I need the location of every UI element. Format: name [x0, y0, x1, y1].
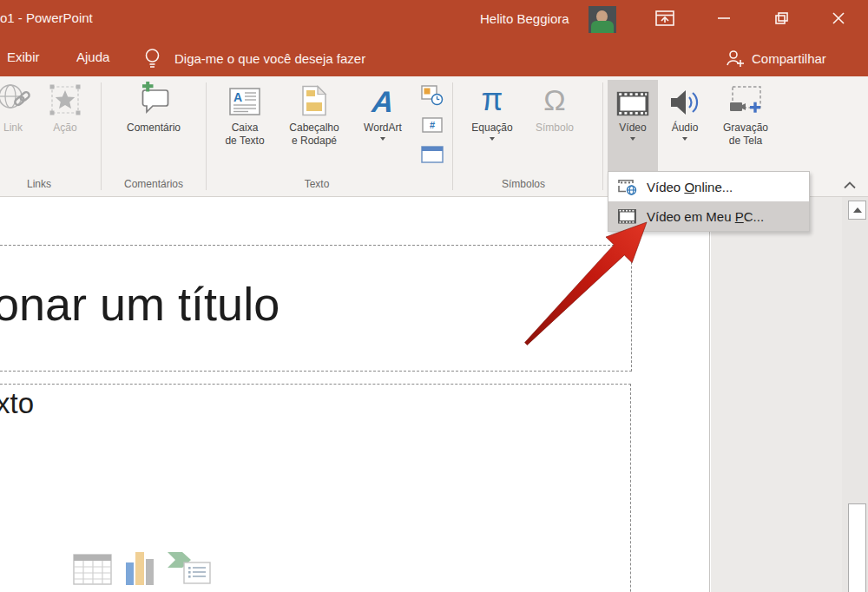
wordart-button[interactable]: A WordArt: [354, 80, 411, 169]
caixa-de-texto-button[interactable]: A Caixa de Texto: [214, 80, 275, 169]
group-separator: [602, 82, 603, 190]
close-icon: [832, 12, 845, 24]
share-button[interactable]: Compartilhar: [726, 47, 826, 69]
slide-number-button[interactable]: #: [418, 111, 447, 139]
comment-button[interactable]: Comentário: [115, 80, 193, 169]
dropdown-caret-icon: [682, 137, 687, 141]
cabecalho-label-line1: Cabeçalho: [278, 122, 351, 135]
ribbon-display-options-button[interactable]: [646, 5, 684, 31]
link-button: Link: [0, 80, 38, 169]
group-label-links: Links: [0, 178, 87, 190]
content-insert-icons: [73, 549, 212, 587]
group-separator: [452, 82, 453, 190]
header-footer-icon: [278, 80, 351, 116]
lightbulb-icon: [144, 47, 161, 70]
link-label: Link: [0, 122, 38, 135]
equation-pi-icon: π: [464, 80, 521, 116]
action-star-icon: [40, 80, 90, 116]
text-box-icon: A: [214, 80, 275, 116]
content-placeholder-text: xto: [0, 387, 34, 420]
caixa-label-line2: de Texto: [214, 135, 275, 148]
person-plus-icon: [726, 49, 745, 68]
red-annotation-arrow: [515, 215, 658, 352]
menu-item-video-online[interactable]: Vídeo Online...: [608, 172, 809, 201]
svg-text:A: A: [233, 90, 242, 104]
tellme-box[interactable]: Diga-me o que você deseja fazer: [144, 45, 365, 71]
audio-speaker-icon: [660, 80, 710, 116]
comment-label: Comentário: [115, 122, 193, 135]
minimize-icon: [718, 16, 730, 20]
ribbon-tab-bar: Exibir Ajuda Diga-me o que você deseja f…: [0, 38, 868, 76]
cabecalho-label-line2: e Rodapé: [278, 135, 351, 148]
tab-exibir[interactable]: Exibir: [7, 49, 40, 64]
title-placeholder-text: onar um título: [0, 277, 279, 331]
gravacao-label-line2: de Tela: [712, 135, 779, 148]
group-separator: [206, 82, 207, 190]
avatar[interactable]: [589, 6, 616, 33]
video-label: Vídeo: [608, 122, 658, 135]
title-bar: o1 - PowerPoint Helito Beggiora: [0, 0, 868, 38]
chevron-up-icon: [844, 181, 856, 189]
account-user-name[interactable]: Helito Beggiora: [480, 11, 569, 26]
date-time-button[interactable]: [418, 82, 447, 109]
comment-icon: [115, 80, 193, 116]
insert-smartart-icon[interactable]: [167, 549, 212, 587]
share-label: Compartilhar: [752, 51, 826, 66]
wordart-icon: A: [354, 80, 411, 116]
equacao-button[interactable]: π Equação: [464, 80, 521, 169]
acao-label: Ação: [40, 122, 90, 135]
avatar-body: [591, 21, 614, 33]
scrollbar-thumb[interactable]: [848, 503, 866, 592]
video-button[interactable]: Vídeo: [608, 80, 658, 174]
tab-ajuda[interactable]: Ajuda: [76, 49, 109, 64]
slide-number-icon: #: [422, 117, 443, 133]
collapse-ribbon-button[interactable]: [840, 177, 859, 193]
menu-item-label: Vídeo em Meu PC...: [647, 209, 764, 224]
dropdown-caret-icon: [630, 137, 635, 141]
scroll-up-button[interactable]: [848, 201, 866, 220]
acao-button: Ação: [40, 80, 90, 169]
link-icon: [0, 80, 38, 116]
menu-item-label: Vídeo Online...: [647, 180, 733, 194]
restore-button[interactable]: [762, 5, 800, 31]
object-icon: [421, 146, 444, 163]
svg-text:#: #: [430, 120, 435, 130]
restore-icon: [775, 12, 788, 24]
video-online-icon: [617, 179, 638, 198]
video-film-icon: [608, 80, 658, 116]
symbol-omega-icon: Ω: [526, 80, 583, 116]
date-time-icon: [421, 85, 444, 106]
close-button[interactable]: [819, 5, 858, 31]
triangle-up-icon: [853, 207, 862, 213]
cabecalho-rodape-button[interactable]: Cabeçalho e Rodapé: [278, 80, 351, 169]
gravacao-label-line1: Gravação: [712, 122, 779, 135]
powerpoint-window: o1 - PowerPoint Helito Beggiora: [0, 0, 868, 592]
insert-chart-icon[interactable]: [125, 550, 155, 587]
group-label-texto: Texto: [269, 178, 365, 190]
simbolo-label: Símbolo: [526, 122, 583, 135]
simbolo-button: Ω Símbolo: [526, 80, 583, 169]
caixa-label-line1: Caixa: [214, 122, 275, 135]
gravacao-de-tela-button[interactable]: Gravação de Tela: [712, 80, 779, 169]
group-separator: [101, 82, 102, 190]
group-label-simbolos: Símbolos: [476, 178, 571, 190]
window-title: o1 - PowerPoint: [0, 10, 93, 25]
insert-table-icon[interactable]: [73, 552, 113, 587]
object-button[interactable]: [418, 141, 447, 168]
dropdown-caret-icon: [380, 137, 385, 141]
tellme-label: Diga-me o que você deseja fazer: [174, 51, 365, 66]
audio-button[interactable]: Áudio: [660, 80, 710, 169]
ribbon-display-options-icon: [654, 10, 675, 27]
group-label-comments: Comentários: [106, 178, 201, 190]
minimize-button[interactable]: [705, 5, 743, 31]
screen-recording-icon: [712, 80, 779, 116]
equacao-label: Equação: [464, 122, 521, 135]
dropdown-caret-icon: [490, 137, 495, 141]
wordart-label: WordArt: [354, 122, 411, 135]
audio-label: Áudio: [660, 122, 710, 135]
